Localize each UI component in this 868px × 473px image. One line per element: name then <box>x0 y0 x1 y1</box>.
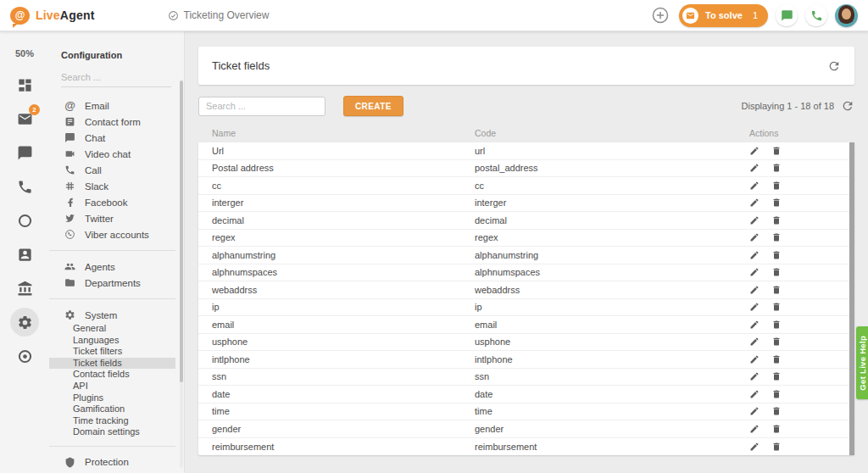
rail-item-extras[interactable] <box>10 342 39 370</box>
config-item-facebook[interactable]: Facebook <box>61 194 175 210</box>
config-subitem-contact-fields[interactable]: Contact fields <box>49 369 175 381</box>
config-subitem-api[interactable]: API <box>49 381 175 392</box>
edit-button[interactable] <box>749 353 760 364</box>
config-item-agents[interactable]: Agents <box>61 259 175 275</box>
table-row[interactable]: usphoneusphone <box>198 334 849 352</box>
table-row[interactable]: emailemail <box>198 316 849 334</box>
delete-button[interactable] <box>771 406 782 417</box>
delete-button[interactable] <box>771 163 782 174</box>
edit-button[interactable] <box>749 371 760 382</box>
config-subitem-ticket-filters[interactable]: Ticket filters <box>49 346 175 358</box>
delete-button[interactable] <box>771 214 782 225</box>
delete-button[interactable] <box>771 198 782 209</box>
delete-button[interactable] <box>771 180 782 191</box>
create-button[interactable]: CREATE <box>343 96 403 116</box>
edit-button[interactable] <box>749 302 760 313</box>
table-row[interactable]: cccc <box>198 177 849 195</box>
delete-button[interactable] <box>771 232 782 243</box>
table-row[interactable]: Postal addresspostal_address <box>198 160 849 178</box>
edit-button[interactable] <box>749 180 760 191</box>
breadcrumb-ticketing-overview[interactable]: Ticketing Overview <box>168 9 270 21</box>
config-subitem-time-tracking[interactable]: Time tracking <box>49 415 175 427</box>
chat-button[interactable] <box>776 4 798 26</box>
config-item-chat[interactable]: Chat <box>61 130 175 146</box>
config-item-twitter[interactable]: Twitter <box>61 210 175 226</box>
config-subitem-domain-settings[interactable]: Domain settings <box>49 426 175 438</box>
edit-button[interactable] <box>749 214 760 225</box>
delete-button[interactable] <box>771 353 782 364</box>
table-row[interactable]: intlphoneintlphone <box>198 351 849 369</box>
edit-button[interactable] <box>749 406 760 417</box>
table-row[interactable]: alphnumspacesalphnumspaces <box>198 264 849 282</box>
config-item-departments[interactable]: Departments <box>61 275 175 291</box>
edit-button[interactable] <box>749 163 760 174</box>
add-button[interactable] <box>649 4 671 26</box>
edit-button[interactable] <box>749 319 760 330</box>
config-subitem-ticket-fields[interactable]: Ticket fields <box>49 358 175 370</box>
config-item-email[interactable]: @Email <box>61 97 175 114</box>
config-scrollbar[interactable] <box>180 81 183 468</box>
delete-button[interactable] <box>771 371 782 382</box>
table-row[interactable]: datedate <box>198 386 849 403</box>
table-scrollbar[interactable] <box>849 142 854 455</box>
rail-item-time[interactable] <box>10 206 39 235</box>
delete-button[interactable] <box>771 337 782 348</box>
table-row[interactable]: Urlurl <box>198 142 849 160</box>
table-row[interactable]: timetime <box>198 403 849 421</box>
edit-button[interactable] <box>749 388 760 399</box>
config-item-video-chat[interactable]: Video chat <box>61 146 175 162</box>
delete-button[interactable] <box>771 284 782 295</box>
rail-item-company[interactable] <box>10 274 39 303</box>
edit-button[interactable] <box>749 423 760 434</box>
delete-button[interactable] <box>771 249 782 260</box>
config-item-system[interactable]: System <box>61 307 175 323</box>
edit-button[interactable] <box>749 198 760 209</box>
config-subitem-plugins[interactable]: Plugins <box>49 392 175 404</box>
table-row[interactable]: gendergender <box>198 420 849 438</box>
config-item-viber-accounts[interactable]: Viber accounts <box>61 226 175 242</box>
edit-button[interactable] <box>749 232 760 243</box>
edit-button[interactable] <box>749 145 760 156</box>
config-item-contact-form[interactable]: Contact form <box>61 114 175 130</box>
config-subitem-gamification[interactable]: Gamification <box>49 403 175 415</box>
rail-item-chats[interactable] <box>10 138 39 167</box>
edit-button[interactable] <box>749 441 760 452</box>
table-row[interactable]: reimbursementreimbursement <box>198 438 849 456</box>
delete-button[interactable] <box>771 441 782 452</box>
rail-item-dashboard[interactable] <box>10 70 39 99</box>
delete-button[interactable] <box>771 267 782 278</box>
table-row[interactable]: webaddrsswebaddrss <box>198 281 849 299</box>
edit-button[interactable] <box>749 249 760 260</box>
config-item-protection[interactable]: Protection <box>61 454 175 470</box>
search-input[interactable] <box>198 97 326 116</box>
config-item-call[interactable]: Call <box>61 162 175 178</box>
get-live-help-button[interactable]: Get Live Help <box>856 326 868 399</box>
delete-button[interactable] <box>771 388 782 399</box>
rail-item-calls[interactable] <box>10 172 39 201</box>
config-subitem-languages[interactable]: Languages <box>49 335 175 347</box>
to-solve-button[interactable]: To solve 1 <box>679 4 768 27</box>
table-row[interactable]: ssnssn <box>198 369 849 387</box>
rail-item-tickets[interactable]: 2 <box>10 104 39 133</box>
delete-button[interactable] <box>771 145 782 156</box>
config-item-slack[interactable]: Slack <box>61 178 175 194</box>
delete-button[interactable] <box>771 423 782 434</box>
app-logo[interactable]: @ LiveAgent <box>0 7 95 25</box>
rail-item-configuration[interactable] <box>10 308 39 337</box>
table-row[interactable]: ipip <box>198 299 849 317</box>
scrollbar-thumb[interactable] <box>180 81 183 382</box>
call-button[interactable] <box>805 4 827 26</box>
scrollbar-thumb[interactable] <box>849 142 854 455</box>
config-subitem-general[interactable]: General <box>49 323 175 335</box>
table-row[interactable]: regexregex <box>198 230 849 248</box>
config-search-input[interactable] <box>61 70 171 87</box>
delete-button[interactable] <box>771 319 782 330</box>
edit-button[interactable] <box>749 337 760 348</box>
edit-button[interactable] <box>749 284 760 295</box>
refresh-list-button[interactable] <box>841 99 854 113</box>
table-row[interactable]: alphanumstringalphanumstring <box>198 247 849 264</box>
table-row[interactable]: intergerinterger <box>198 195 849 213</box>
table-row[interactable]: decimaldecimal <box>198 212 849 230</box>
avatar[interactable] <box>835 4 858 27</box>
rail-item-contacts[interactable] <box>10 240 39 269</box>
